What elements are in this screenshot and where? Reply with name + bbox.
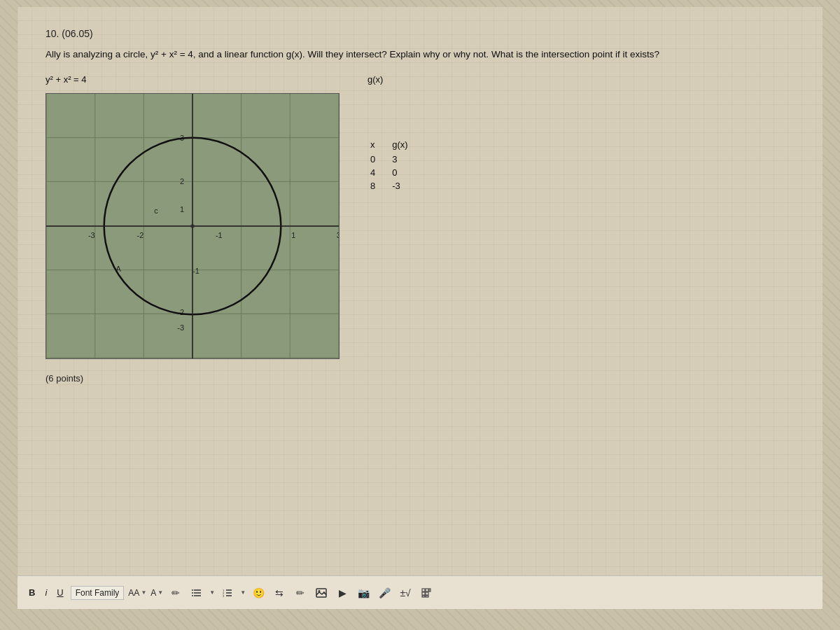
camera-icon[interactable]: 📷 <box>355 584 372 601</box>
image-icon[interactable] <box>313 584 330 601</box>
grid-icon[interactable] <box>418 584 435 601</box>
list-bullet-dropdown-arrow[interactable]: ▼ <box>209 589 215 596</box>
a-label: A <box>150 588 156 598</box>
svg-rect-45 <box>422 589 425 592</box>
graph-svg: -3 -2 -1 1 3 3 2 1 -1 -2 -3 c A <box>46 94 339 358</box>
svg-text:2: 2 <box>180 178 184 186</box>
pencil-icon[interactable]: ✏ <box>167 584 184 601</box>
table-container: x g(x) 0 3 4 0 8 -3 <box>368 138 422 192</box>
circle-equation-label: y² + x² = 4 <box>46 74 340 85</box>
svg-rect-46 <box>426 589 428 592</box>
svg-rect-49 <box>426 592 428 595</box>
svg-text:-2: -2 <box>177 309 184 317</box>
svg-text:-2: -2 <box>137 231 144 239</box>
svg-point-35 <box>192 592 193 594</box>
svg-text:-1: -1 <box>192 267 200 275</box>
problem-number: 10. (06.05) <box>46 28 794 39</box>
bold-button[interactable]: B <box>26 586 38 599</box>
svg-rect-50 <box>422 596 425 597</box>
font-family-button[interactable]: Font Family <box>71 586 125 600</box>
svg-rect-48 <box>422 592 425 595</box>
problem-text: Ally is analyzing a circle, y² + x² = 4,… <box>46 48 732 62</box>
aa-dropdown[interactable]: AA ▼ <box>128 588 146 598</box>
points-label: (6 points) <box>46 373 794 384</box>
data-table: x g(x) 0 3 4 0 8 -3 <box>368 138 422 192</box>
a-dropdown[interactable]: A ▼ <box>150 588 163 598</box>
draw-icon[interactable]: ✏ <box>292 584 309 601</box>
gx-title: g(x) <box>368 74 422 85</box>
list-number-icon[interactable]: 123 <box>219 584 236 601</box>
link-icon[interactable]: ⇆ <box>271 584 288 601</box>
table-row: 8 -3 <box>368 179 422 192</box>
cell-gx-0: 3 <box>389 153 421 166</box>
svg-point-36 <box>192 595 193 596</box>
cell-x-0: 0 <box>368 153 389 166</box>
svg-text:-3: -3 <box>88 231 95 239</box>
col-header-x: x <box>368 138 389 153</box>
mic-icon[interactable]: 🎤 <box>376 584 393 601</box>
answer-area[interactable] <box>46 384 794 524</box>
svg-text:-1: -1 <box>216 231 223 239</box>
emoji-icon[interactable]: 🙂 <box>250 584 267 601</box>
table-row: 0 3 <box>368 153 422 166</box>
formula-icon[interactable]: ±√ <box>397 584 414 601</box>
a-dropdown-arrow: ▼ <box>158 589 163 596</box>
video-icon[interactable]: ▶ <box>334 584 351 601</box>
svg-text:1: 1 <box>180 205 184 214</box>
cell-gx-2: -3 <box>389 179 421 192</box>
aa-label: AA <box>128 588 139 598</box>
svg-point-34 <box>192 589 193 591</box>
cell-x-1: 4 <box>368 166 389 179</box>
table-row: 4 0 <box>368 166 422 179</box>
table-header-row: x g(x) <box>368 138 422 153</box>
svg-rect-51 <box>426 596 428 597</box>
svg-text:c: c <box>154 206 158 215</box>
svg-text:3: 3 <box>223 594 225 597</box>
list-bullet-icon[interactable] <box>188 584 205 601</box>
toolbar: B i U Font Family AA ▼ A ▼ ✏ ▼ 123 ▼ 🙂 ⇆… <box>18 575 822 609</box>
content-area: y² + x² = 4 <box>46 74 794 359</box>
page-container: 10. (06.05) Ally is analyzing a circle, … <box>18 7 822 609</box>
cell-x-2: 8 <box>368 179 389 192</box>
svg-text:1: 1 <box>291 231 295 239</box>
list-number-dropdown-arrow[interactable]: ▼ <box>240 589 246 596</box>
italic-button[interactable]: i <box>42 586 50 599</box>
aa-dropdown-arrow: ▼ <box>141 589 146 596</box>
left-section: y² + x² = 4 <box>46 74 340 359</box>
svg-rect-47 <box>429 589 430 592</box>
col-header-gx: g(x) <box>389 138 421 153</box>
svg-text:3: 3 <box>337 231 339 239</box>
svg-text:-3: -3 <box>177 323 184 332</box>
graph-container: -3 -2 -1 1 3 3 2 1 -1 -2 -3 c A <box>46 93 340 359</box>
right-section: g(x) x g(x) 0 3 4 0 <box>368 74 422 359</box>
cell-gx-1: 0 <box>389 166 421 179</box>
underline-button[interactable]: U <box>54 586 66 599</box>
